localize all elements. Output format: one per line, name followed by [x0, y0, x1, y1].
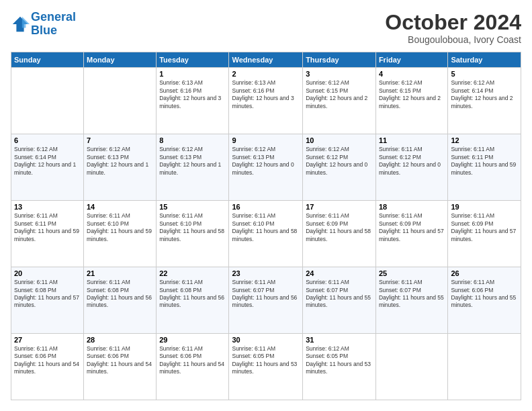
title-section: October 2024 Bougouloboua, Ivory Coast	[385, 11, 521, 45]
calendar-cell: 21Sunrise: 6:11 AMSunset: 6:08 PMDayligh…	[84, 267, 157, 334]
calendar-cell: 25Sunrise: 6:11 AMSunset: 6:07 PMDayligh…	[375, 267, 447, 334]
day-info: Sunrise: 6:11 AMSunset: 6:06 PMDaylight:…	[87, 345, 153, 376]
calendar-cell: 27Sunrise: 6:11 AMSunset: 6:06 PMDayligh…	[11, 334, 84, 400]
calendar-header-row: SundayMondayTuesdayWednesdayThursdayFrid…	[11, 52, 521, 68]
day-info: Sunrise: 6:11 AMSunset: 6:06 PMDaylight:…	[14, 345, 81, 376]
svg-marker-1	[22, 17, 30, 28]
day-number: 7	[87, 136, 153, 144]
day-number: 11	[379, 136, 445, 144]
calendar-cell	[84, 68, 157, 134]
day-info: Sunrise: 6:12 AMSunset: 6:14 PMDaylight:…	[451, 79, 518, 110]
day-info: Sunrise: 6:11 AMSunset: 6:10 PMDaylight:…	[87, 212, 153, 243]
calendar-cell: 6Sunrise: 6:12 AMSunset: 6:14 PMDaylight…	[11, 134, 84, 201]
day-number: 21	[87, 269, 153, 277]
calendar-cell: 23Sunrise: 6:11 AMSunset: 6:07 PMDayligh…	[229, 267, 303, 334]
calendar-cell: 8Sunrise: 6:12 AMSunset: 6:13 PMDaylight…	[157, 134, 229, 201]
location: Bougouloboua, Ivory Coast	[385, 34, 521, 45]
logo: General Blue	[11, 11, 76, 38]
calendar-day-header: Monday	[84, 52, 157, 68]
calendar-day-header: Wednesday	[229, 52, 303, 68]
day-info: Sunrise: 6:12 AMSunset: 6:14 PMDaylight:…	[14, 146, 81, 177]
logo-icon	[11, 15, 30, 34]
calendar-cell	[375, 334, 447, 400]
day-number: 10	[306, 136, 373, 144]
day-number: 14	[87, 203, 153, 211]
header: General Blue October 2024 Bougouloboua, …	[11, 11, 521, 45]
calendar-cell: 18Sunrise: 6:11 AMSunset: 6:09 PMDayligh…	[375, 201, 447, 267]
calendar-cell: 12Sunrise: 6:11 AMSunset: 6:11 PMDayligh…	[448, 134, 521, 201]
day-number: 25	[379, 269, 445, 277]
logo-text: General Blue	[31, 11, 76, 38]
day-number: 16	[232, 203, 300, 211]
day-number: 4	[379, 70, 445, 78]
calendar-cell	[11, 68, 84, 134]
calendar-table: SundayMondayTuesdayWednesdayThursdayFrid…	[11, 52, 521, 400]
day-number: 22	[159, 269, 226, 277]
calendar-day-header: Saturday	[448, 52, 521, 68]
day-number: 28	[87, 336, 153, 344]
day-info: Sunrise: 6:12 AMSunset: 6:13 PMDaylight:…	[232, 146, 300, 177]
day-number: 12	[451, 136, 518, 144]
calendar-cell: 20Sunrise: 6:11 AMSunset: 6:08 PMDayligh…	[11, 267, 84, 334]
calendar-cell	[448, 334, 521, 400]
day-info: Sunrise: 6:11 AMSunset: 6:09 PMDaylight:…	[306, 212, 373, 243]
calendar-week-row: 20Sunrise: 6:11 AMSunset: 6:08 PMDayligh…	[11, 267, 521, 334]
day-info: Sunrise: 6:11 AMSunset: 6:08 PMDaylight:…	[14, 279, 81, 310]
day-number: 2	[232, 70, 300, 78]
day-number: 18	[379, 203, 445, 211]
logo-line2: Blue	[31, 24, 57, 37]
calendar-day-header: Thursday	[303, 52, 376, 68]
calendar-cell: 3Sunrise: 6:12 AMSunset: 6:15 PMDaylight…	[303, 68, 376, 134]
day-info: Sunrise: 6:11 AMSunset: 6:09 PMDaylight:…	[451, 212, 518, 243]
day-info: Sunrise: 6:11 AMSunset: 6:10 PMDaylight:…	[232, 212, 300, 243]
day-number: 19	[451, 203, 518, 211]
day-info: Sunrise: 6:12 AMSunset: 6:12 PMDaylight:…	[306, 146, 373, 177]
calendar-cell: 5Sunrise: 6:12 AMSunset: 6:14 PMDaylight…	[448, 68, 521, 134]
day-info: Sunrise: 6:11 AMSunset: 6:07 PMDaylight:…	[379, 279, 445, 310]
day-info: Sunrise: 6:11 AMSunset: 6:08 PMDaylight:…	[159, 279, 226, 310]
day-info: Sunrise: 6:11 AMSunset: 6:05 PMDaylight:…	[232, 345, 300, 376]
day-info: Sunrise: 6:12 AMSunset: 6:15 PMDaylight:…	[379, 79, 445, 110]
day-number: 24	[306, 269, 373, 277]
day-number: 31	[306, 336, 373, 344]
calendar-day-header: Tuesday	[157, 52, 229, 68]
calendar-cell: 14Sunrise: 6:11 AMSunset: 6:10 PMDayligh…	[84, 201, 157, 267]
day-number: 23	[232, 269, 300, 277]
calendar-cell: 4Sunrise: 6:12 AMSunset: 6:15 PMDaylight…	[375, 68, 447, 134]
calendar-cell: 2Sunrise: 6:13 AMSunset: 6:16 PMDaylight…	[229, 68, 303, 134]
day-info: Sunrise: 6:11 AMSunset: 6:07 PMDaylight:…	[306, 279, 373, 310]
calendar-cell: 24Sunrise: 6:11 AMSunset: 6:07 PMDayligh…	[303, 267, 376, 334]
day-number: 29	[159, 336, 226, 344]
calendar-cell: 7Sunrise: 6:12 AMSunset: 6:13 PMDaylight…	[84, 134, 157, 201]
day-info: Sunrise: 6:13 AMSunset: 6:16 PMDaylight:…	[232, 79, 300, 110]
calendar-cell: 9Sunrise: 6:12 AMSunset: 6:13 PMDaylight…	[229, 134, 303, 201]
day-info: Sunrise: 6:12 AMSunset: 6:05 PMDaylight:…	[306, 345, 373, 376]
calendar-cell: 16Sunrise: 6:11 AMSunset: 6:10 PMDayligh…	[229, 201, 303, 267]
calendar-week-row: 6Sunrise: 6:12 AMSunset: 6:14 PMDaylight…	[11, 134, 521, 201]
calendar-cell: 29Sunrise: 6:11 AMSunset: 6:06 PMDayligh…	[157, 334, 229, 400]
day-number: 13	[14, 203, 81, 211]
day-number: 26	[451, 269, 518, 277]
day-info: Sunrise: 6:11 AMSunset: 6:06 PMDaylight:…	[159, 345, 226, 376]
day-info: Sunrise: 6:11 AMSunset: 6:10 PMDaylight:…	[159, 212, 226, 243]
day-info: Sunrise: 6:12 AMSunset: 6:13 PMDaylight:…	[87, 146, 153, 177]
month-title: October 2024	[385, 11, 521, 34]
calendar-cell: 17Sunrise: 6:11 AMSunset: 6:09 PMDayligh…	[303, 201, 376, 267]
calendar-cell: 10Sunrise: 6:12 AMSunset: 6:12 PMDayligh…	[303, 134, 376, 201]
day-number: 6	[14, 136, 81, 144]
calendar-day-header: Friday	[375, 52, 447, 68]
day-number: 17	[306, 203, 373, 211]
day-info: Sunrise: 6:11 AMSunset: 6:07 PMDaylight:…	[232, 279, 300, 310]
day-number: 9	[232, 136, 300, 144]
day-info: Sunrise: 6:12 AMSunset: 6:13 PMDaylight:…	[159, 146, 226, 177]
logo-line1: General	[31, 10, 76, 24]
calendar-week-row: 27Sunrise: 6:11 AMSunset: 6:06 PMDayligh…	[11, 334, 521, 400]
day-info: Sunrise: 6:11 AMSunset: 6:09 PMDaylight:…	[379, 212, 445, 243]
day-number: 27	[14, 336, 81, 344]
calendar-cell: 30Sunrise: 6:11 AMSunset: 6:05 PMDayligh…	[229, 334, 303, 400]
day-number: 15	[159, 203, 226, 211]
calendar-cell: 19Sunrise: 6:11 AMSunset: 6:09 PMDayligh…	[448, 201, 521, 267]
day-number: 1	[159, 70, 226, 78]
calendar-cell: 22Sunrise: 6:11 AMSunset: 6:08 PMDayligh…	[157, 267, 229, 334]
calendar-cell: 1Sunrise: 6:13 AMSunset: 6:16 PMDaylight…	[157, 68, 229, 134]
